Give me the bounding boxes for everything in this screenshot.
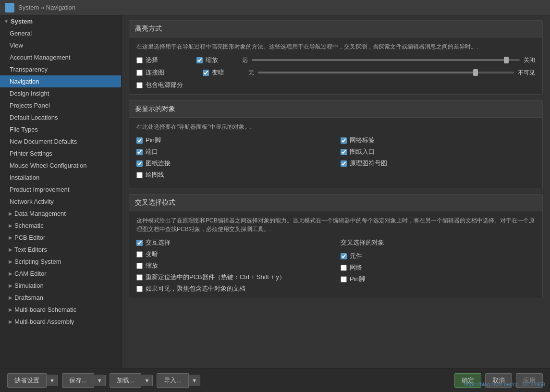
cross-select-left-col: 交互选择 变暗 缩放 重新定位选中的PCB器件（热键：Ctrl + S	[136, 238, 331, 293]
main-area: ▼ System General View Account Management…	[0, 15, 550, 368]
sidebar-group-simulation[interactable]: ▶ Simulation	[0, 280, 121, 292]
expand-arrow-multi-board-assembly: ▶	[9, 319, 12, 324]
checkbox-dim-input[interactable]	[203, 70, 209, 76]
checkbox-zoom2-input[interactable]	[136, 263, 143, 269]
save-button[interactable]: 保存...	[62, 373, 94, 388]
checkbox-interactive-select-input[interactable]	[136, 240, 143, 246]
checkbox-component-label: 元件	[350, 252, 362, 260]
checkbox-zoom[interactable]: 缩放	[196, 56, 218, 64]
checkbox-select-input[interactable]	[136, 57, 143, 63]
checkbox-component[interactable]: 元件	[341, 252, 535, 260]
sidebar-item-account-management[interactable]: Account Management	[0, 51, 121, 63]
checkbox-zoom-input[interactable]	[196, 57, 203, 63]
checkbox-include-power[interactable]: 包含电源部分	[136, 81, 535, 89]
checkbox-port-input[interactable]	[136, 149, 143, 155]
sidebar-item-view[interactable]: View	[0, 39, 121, 51]
checkbox-sheetentry-label: 图纸入口	[350, 147, 375, 156]
sidebar-item-installation[interactable]: Installation	[0, 172, 121, 184]
import-button[interactable]: 导入...	[157, 373, 189, 388]
checkbox-netlabel[interactable]: 网络标签	[341, 136, 535, 145]
checkbox-dim2-label: 变暗	[146, 250, 158, 258]
checkbox-focus-doc[interactable]: 如果可见，聚焦包含选中对象的文档	[136, 284, 331, 293]
checkbox-dim2-input[interactable]	[136, 251, 143, 257]
checkbox-connect[interactable]: 连接图	[136, 68, 164, 77]
checkbox-schsymbol[interactable]: 原理图符号图	[341, 159, 535, 168]
default-settings-button[interactable]: 缺省设置	[7, 373, 47, 388]
sidebar-item-label-projects-panel: Projects Panel	[10, 102, 50, 109]
checkbox-relocate-pcb-input[interactable]	[136, 274, 143, 281]
save-dropdown-button[interactable]: ▼	[94, 375, 106, 386]
checkbox-pin2[interactable]: Pin脚	[341, 275, 535, 283]
section-cross-select-desc: 这种模式给出了在原理图和PCB编辑器之间选择对象的能力。当此模式在一个编辑器中的…	[136, 216, 535, 233]
checkbox-zoom-label: 缩放	[206, 56, 218, 64]
sidebar-item-navigation[interactable]: Navigation	[0, 75, 121, 87]
sidebar-group-schematic[interactable]: ▶ Schematic	[0, 220, 121, 232]
checkbox-sheetentry-input[interactable]	[341, 149, 347, 155]
load-dropdown-button[interactable]: ▼	[141, 375, 153, 386]
checkbox-drawwire-input[interactable]	[136, 172, 143, 178]
checkbox-schsymbol-input[interactable]	[341, 160, 347, 167]
slider-dim[interactable]	[258, 72, 514, 74]
checkbox-pin[interactable]: Pin脚	[136, 136, 331, 145]
sidebar-group-cam-editor[interactable]: ▶ CAM Editor	[0, 268, 121, 280]
sidebar-item-transparency[interactable]: Transparency	[0, 63, 121, 75]
checkbox-dim2[interactable]: 变暗	[136, 250, 331, 258]
import-dropdown-button[interactable]: ▼	[189, 375, 200, 386]
checkbox-sheetwire-input[interactable]	[136, 160, 143, 167]
checkbox-include-power-input[interactable]	[136, 82, 143, 88]
sidebar-group-scripting-system[interactable]: ▶ Scripting System	[0, 256, 121, 268]
expand-arrow-system: ▼	[4, 19, 9, 24]
sidebar-item-new-document-defaults[interactable]: New Document Defaults	[0, 135, 121, 147]
sidebar-item-network-activity[interactable]: Network Activity	[0, 196, 121, 208]
sidebar-item-label-network-activity: Network Activity	[10, 198, 54, 205]
checkbox-focus-doc-input[interactable]	[136, 286, 143, 292]
checkbox-interactive-select[interactable]: 交互选择	[136, 238, 331, 247]
sidebar-group-label-simulation: Simulation	[14, 282, 44, 289]
sidebar-item-design-insight[interactable]: Design Insight	[0, 87, 121, 99]
checkbox-pin2-label: Pin脚	[350, 275, 365, 283]
sidebar-item-product-improvement[interactable]: Product Improvement	[0, 184, 121, 196]
checkbox-network[interactable]: 网络	[341, 263, 535, 272]
title-bar: System » Navigation	[0, 0, 550, 15]
checkbox-drawwire[interactable]: 绘图线	[136, 171, 331, 179]
checkbox-dim[interactable]: 变暗	[203, 68, 224, 77]
sidebar: ▼ System General View Account Management…	[0, 15, 122, 368]
sidebar-item-label-file-types: File Types	[10, 126, 38, 133]
sidebar-item-printer-settings[interactable]: Printer Settings	[0, 147, 121, 159]
sidebar-item-projects-panel[interactable]: Projects Panel	[0, 99, 121, 111]
default-settings-dropdown-button[interactable]: ▼	[47, 375, 58, 386]
checkbox-network-input[interactable]	[341, 265, 347, 271]
sidebar-group-label-scripting-system: Scripting System	[14, 258, 61, 265]
checkbox-relocate-pcb[interactable]: 重新定位选中的PCB器件（热键：Ctrl + Shift + y）	[136, 273, 331, 282]
sidebar-item-mouse-wheel-configuration[interactable]: Mouse Wheel Configuration	[0, 159, 121, 172]
checkbox-select[interactable]: 选择	[136, 56, 158, 64]
checkbox-port[interactable]: 端口	[136, 147, 331, 156]
sidebar-item-file-types[interactable]: File Types	[0, 123, 121, 135]
sidebar-group-draftsman[interactable]: ▶ Draftsman	[0, 292, 121, 304]
sidebar-group-text-editors[interactable]: ▶ Text Editors	[0, 244, 121, 256]
sidebar-group-pcb-editor[interactable]: ▶ PCB Editor	[0, 232, 121, 244]
checkbox-component-input[interactable]	[341, 253, 347, 259]
checkbox-zoom2[interactable]: 缩放	[136, 261, 331, 270]
checkbox-sheetwire[interactable]: 图纸连接	[136, 159, 331, 168]
watermark: https://blog.csdn.net/qq_38768959	[464, 381, 545, 387]
sidebar-group-system[interactable]: ▼ System	[0, 15, 121, 27]
sidebar-item-general[interactable]: General	[0, 27, 121, 39]
slider-zoom[interactable]	[252, 59, 520, 61]
checkbox-netlabel-input[interactable]	[341, 137, 347, 144]
sidebar-group-label-multi-board-assembly: Multi-board Assembly	[14, 318, 74, 325]
sidebar-item-default-locations[interactable]: Default Locations	[0, 111, 121, 123]
checkbox-connect-input[interactable]	[136, 70, 143, 76]
sidebar-group-data-management[interactable]: ▶ Data Management	[0, 208, 121, 220]
checkbox-schsymbol-label: 原理图符号图	[350, 159, 387, 168]
sidebar-group-multi-board-schematic[interactable]: ▶ Multi-board Schematic	[0, 304, 121, 316]
cross-select-right-col: 交叉选择的对象 元件 网络 Pin脚	[341, 238, 535, 293]
load-button[interactable]: 加载...	[110, 373, 142, 388]
checkbox-pin2-input[interactable]	[341, 276, 347, 282]
checkbox-sheetentry[interactable]: 图纸入口	[341, 147, 535, 156]
sidebar-group-multi-board-assembly[interactable]: ▶ Multi-board Assembly	[0, 316, 121, 328]
sidebar-group-label-pcb-editor: PCB Editor	[14, 234, 45, 241]
sidebar-item-label-navigation: Navigation	[10, 78, 39, 85]
sidebar-item-label-mouse-wheel-configuration: Mouse Wheel Configuration	[10, 162, 86, 169]
checkbox-pin-input[interactable]	[136, 137, 143, 144]
